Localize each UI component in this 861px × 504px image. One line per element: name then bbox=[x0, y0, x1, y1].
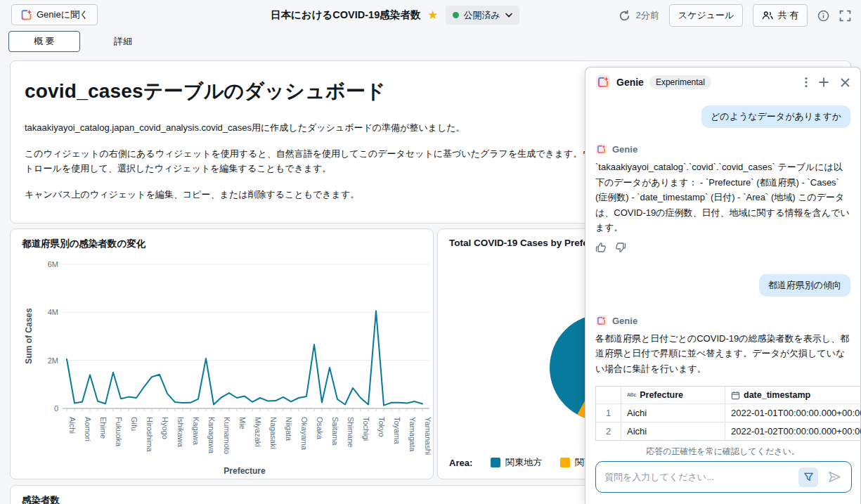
refresh-button[interactable] bbox=[619, 10, 630, 22]
share-label: 共 有 bbox=[777, 9, 798, 22]
legend-swatch bbox=[560, 458, 570, 467]
legend-swatch bbox=[491, 458, 500, 467]
line-chart-title: 都道府県別の感染者数の変化 bbox=[22, 238, 433, 250]
svg-text:6M: 6M bbox=[48, 260, 58, 269]
svg-text:Aomori: Aomori bbox=[84, 417, 92, 441]
svg-text:Miyazaki: Miyazaki bbox=[254, 417, 262, 447]
send-icon[interactable] bbox=[824, 470, 846, 484]
genie-sender-label: Genie bbox=[612, 144, 637, 155]
published-dot-icon bbox=[453, 12, 459, 18]
user-message: どのようなデータがありますか bbox=[701, 105, 850, 128]
accuracy-disclaimer: 応答の正確性を常に確認してください。 bbox=[585, 446, 860, 458]
genie-panel: Genie Experimental どのようなデータがありますか Genie bbox=[585, 67, 861, 504]
svg-text:Ehime: Ehime bbox=[99, 417, 108, 439]
svg-text:2M: 2M bbox=[48, 356, 58, 365]
svg-text:Sum of Cases: Sum of Cases bbox=[24, 308, 34, 364]
svg-text:Kumamoto: Kumamoto bbox=[223, 417, 231, 454]
thumbs-up-icon[interactable] bbox=[595, 242, 607, 253]
table-header-row: ᴬᴮᶜ Prefecture date_timestamp bbox=[596, 387, 861, 403]
schedule-button[interactable]: スケジュール bbox=[669, 4, 744, 27]
genie-avatar-icon bbox=[595, 315, 607, 327]
row-number-header bbox=[596, 387, 621, 403]
share-button[interactable]: 共 有 bbox=[753, 4, 808, 27]
close-icon[interactable] bbox=[840, 77, 850, 88]
svg-text:0: 0 bbox=[54, 404, 58, 413]
svg-text:Saitama: Saitama bbox=[331, 417, 339, 446]
tab-overview-label: 概 要 bbox=[34, 35, 55, 48]
svg-text:Tokyo: Tokyo bbox=[377, 417, 386, 437]
svg-text:Kagawa: Kagawa bbox=[192, 417, 200, 446]
kebab-menu-icon[interactable] bbox=[805, 77, 808, 88]
genie-message: `takaakiyayoi_catalog`.`covid`.`covid_ca… bbox=[585, 155, 860, 235]
people-icon bbox=[762, 11, 773, 20]
experimental-badge: Experimental bbox=[649, 75, 711, 89]
svg-text:Nagasaki: Nagasaki bbox=[269, 417, 278, 449]
info-icon[interactable] bbox=[817, 10, 829, 22]
svg-text:Prefecture: Prefecture bbox=[224, 466, 266, 476]
publish-status-dropdown[interactable]: 公開済み bbox=[446, 6, 519, 25]
user-message: 都道府県別の傾向 bbox=[759, 274, 850, 297]
chevron-down-icon bbox=[505, 13, 512, 18]
svg-text:Hyogo: Hyogo bbox=[161, 417, 169, 439]
last-refreshed-label: 2分前 bbox=[636, 9, 659, 22]
tab-details[interactable]: 詳細 bbox=[105, 31, 141, 52]
genie-panel-header: Genie Experimental bbox=[585, 67, 860, 96]
table-row[interactable]: 1 Aichi 2022-01-01T00:00:00.000+00:00 bbox=[596, 403, 861, 422]
tab-details-label: 詳細 bbox=[114, 35, 132, 48]
svg-text:Toyama: Toyama bbox=[393, 417, 401, 444]
table-row[interactable]: 2 Aichi 2022-01-02T00:00:00.000+00:00 bbox=[596, 422, 861, 440]
svg-text:Mie: Mie bbox=[238, 417, 247, 429]
genie-logo-icon bbox=[595, 75, 611, 90]
svg-text:Yamagata: Yamagata bbox=[408, 417, 417, 452]
question-input-box bbox=[595, 461, 852, 493]
calendar-icon bbox=[731, 391, 740, 400]
schedule-label: スケジュール bbox=[678, 9, 734, 22]
svg-text:Yamanashi: Yamanashi bbox=[424, 417, 432, 455]
question-input[interactable] bbox=[604, 472, 793, 482]
publish-status-label: 公開済み bbox=[464, 9, 500, 22]
genie-panel-title: Genie bbox=[616, 77, 644, 88]
svg-text:Aichi: Aichi bbox=[68, 417, 77, 434]
svg-text:Fukuoka: Fukuoka bbox=[115, 417, 123, 447]
date-column-header[interactable]: date_timestamp bbox=[725, 387, 861, 403]
dashboard-title: 日本におけるCOVID-19感染者数 bbox=[271, 8, 420, 22]
svg-text:Shimane: Shimane bbox=[347, 417, 355, 447]
svg-text:4M: 4M bbox=[48, 308, 58, 316]
thumbs-down-icon[interactable] bbox=[615, 242, 626, 253]
ask-genie-label: Genieに聞く bbox=[37, 8, 89, 21]
line-chart: 02M4M6MSum of CasesAichiAomoriEhimeFukuo… bbox=[22, 250, 433, 479]
top-bar: Genieに聞く 日本におけるCOVID-19感染者数 ★ 公開済み 2分前 ス… bbox=[0, 0, 861, 31]
string-type-icon: ᴬᴮᶜ bbox=[627, 392, 636, 399]
svg-text:Niigata: Niigata bbox=[285, 417, 293, 441]
svg-text:Gifu: Gifu bbox=[130, 417, 138, 431]
svg-text:Kanagawa: Kanagawa bbox=[207, 417, 216, 454]
filter-button[interactable] bbox=[798, 467, 818, 487]
tab-overview[interactable]: 概 要 bbox=[8, 31, 80, 52]
legend-title: Area: bbox=[449, 458, 472, 468]
genie-message: 各都道府県と日付ごとのCOVID-19の総感染者数を表示し、都道府県と日付で昇順… bbox=[585, 327, 860, 377]
genie-avatar-icon bbox=[595, 143, 607, 155]
result-table[interactable]: ᴬᴮᶜ Prefecture date_timestamp 1 Aichi 20… bbox=[595, 386, 861, 441]
prefecture-column-header[interactable]: ᴬᴮᶜ Prefecture bbox=[621, 387, 725, 403]
svg-text:Hiroshima: Hiroshima bbox=[145, 417, 154, 452]
genie-sender-label: Genie bbox=[612, 316, 637, 326]
ask-genie-button[interactable]: Genieに聞く bbox=[11, 4, 98, 25]
svg-text:Osaka: Osaka bbox=[316, 417, 324, 440]
favorite-star-icon[interactable]: ★ bbox=[427, 9, 438, 21]
legend-label: 関東地方 bbox=[505, 456, 542, 469]
line-chart-widget[interactable]: 都道府県別の感染者数の変化 02M4M6MSum of CasesAichiAo… bbox=[10, 228, 434, 479]
new-chat-plus-icon[interactable] bbox=[818, 77, 829, 88]
fullscreen-icon[interactable] bbox=[839, 10, 851, 22]
svg-text:Okayama: Okayama bbox=[300, 417, 309, 451]
svg-text:Tochigi: Tochigi bbox=[362, 417, 370, 441]
svg-text:Ishikawa: Ishikawa bbox=[176, 417, 185, 448]
genie-logo-icon bbox=[20, 9, 32, 21]
legend-item[interactable]: 関東地方 bbox=[491, 456, 542, 469]
